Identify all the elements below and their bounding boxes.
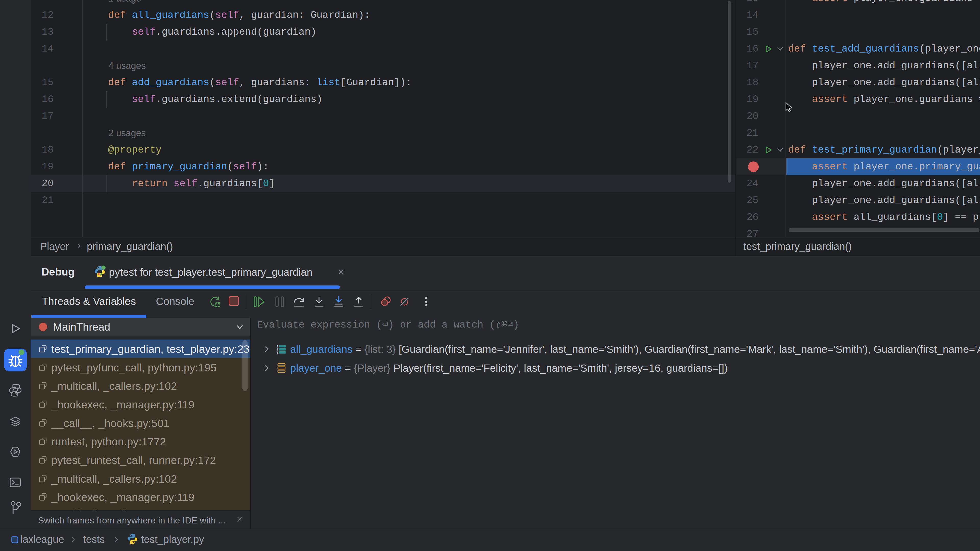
svg-text:1: 1 [277,345,278,348]
svg-text:3: 3 [277,351,278,354]
svg-text:2: 2 [277,348,278,351]
